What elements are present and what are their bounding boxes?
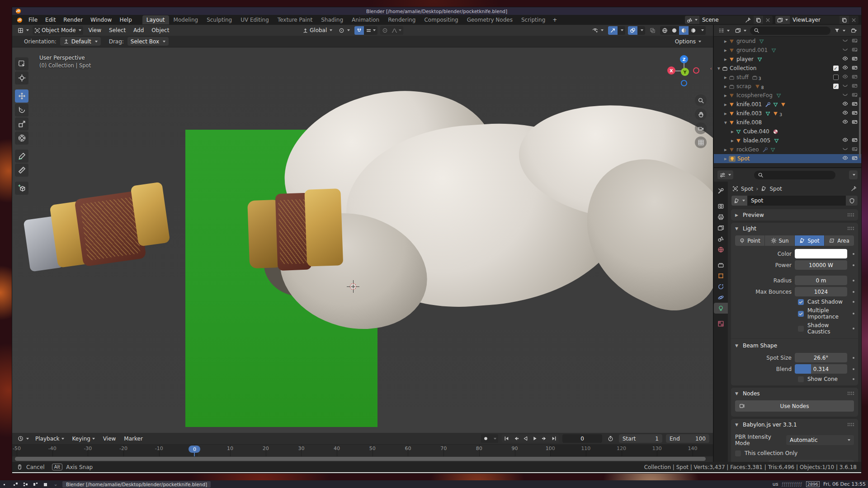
light-type-point-button[interactable]: Point [735,235,764,246]
end-frame-field[interactable]: End 100 [666,434,709,443]
hide-viewport-toggle[interactable] [842,137,848,144]
disable-render-toggle[interactable] [852,38,858,45]
outliner-row-stuff[interactable]: ▶stuff3 [714,73,861,82]
properties-tab-view-layer[interactable] [714,222,728,233]
pin-icon[interactable] [851,186,857,192]
light-name-field[interactable]: Spot [747,196,846,206]
disable-render-toggle[interactable] [852,65,858,72]
light-type-area-button[interactable]: Area [825,235,854,246]
disclosure-right-icon[interactable]: ▶ [722,103,729,107]
fake-user-button[interactable] [846,196,858,206]
preview-panel-header[interactable]: ▶Preview [731,209,858,221]
hide-viewport-toggle[interactable] [842,146,848,153]
tool-box-select[interactable] [15,57,28,70]
transport-jump-start-button[interactable] [502,434,511,443]
outliner-row-knife-003[interactable]: ▶knife.0033 [714,109,861,118]
spot-size-field[interactable]: 26.6° [795,353,847,362]
panel-grip-icon[interactable] [847,226,854,230]
shading-material-button[interactable] [679,26,689,35]
sidebar-toggle-icon[interactable]: ‹ [710,66,712,71]
properties-tab-output[interactable] [714,211,728,222]
shading-solid-button[interactable] [670,26,679,35]
outliner-display-mode-button[interactable] [733,26,748,35]
hide-viewport-toggle[interactable] [842,74,848,81]
gizmo-settings-dropdown[interactable] [618,26,625,35]
disclosure-right-icon[interactable]: ▶ [729,130,736,134]
properties-tab-physics[interactable] [714,292,728,303]
shading-wireframe-button[interactable] [660,26,670,35]
power-field[interactable]: 10000 W [795,260,847,270]
max-bounces-field[interactable]: 1024 [795,287,847,296]
outliner-row-ground[interactable]: ▶ground [714,37,861,46]
gizmo-z-neg-axis[interactable] [681,80,687,86]
hide-viewport-toggle[interactable] [842,47,848,54]
timeline-scrollbar[interactable] [12,456,713,462]
radius-field[interactable]: 0 m [795,276,847,285]
properties-tab-constraint[interactable] [714,281,728,292]
disable-render-toggle[interactable] [852,83,858,90]
disclosure-right-icon[interactable]: ▶ [722,48,729,52]
tray-number-badge[interactable]: 2896 [806,481,820,487]
taskbar-window-button[interactable]: Blender [/home/amalie/Desktop/blender/po… [62,481,211,488]
auto-keying-toggle[interactable] [481,434,491,443]
gizmo-z-axis[interactable]: Z [680,55,688,63]
disclosure-right-icon[interactable]: ▶ [722,157,729,161]
hide-viewport-toggle[interactable] [842,92,848,99]
tool-measure[interactable] [15,164,28,177]
disclosure-right-icon[interactable]: ▶ [722,84,729,89]
shading-rendered-button[interactable] [689,26,698,35]
panel-grip-icon[interactable] [847,391,854,395]
disable-render-toggle[interactable] [852,47,858,54]
animate-dot[interactable] [850,368,856,370]
animate-dot[interactable] [850,378,856,380]
viewport-menu-object[interactable]: Object [148,26,173,34]
animate-dot[interactable] [850,357,856,359]
snap-settings-dropdown[interactable] [364,26,377,35]
hide-viewport-toggle[interactable] [842,83,848,90]
clock[interactable]: Fri, 06 Dec 13:55 [823,481,866,487]
properties-editor-type-button[interactable] [717,170,733,179]
window-titlebar[interactable]: Blender [/home/amalie/Desktop/blender/po… [12,7,861,15]
disclosure-right-icon[interactable]: ▶ [722,112,729,116]
workspace-tab-animation[interactable]: Animation [348,15,383,24]
disable-render-toggle[interactable] [852,119,858,126]
outliner-row-knife-008[interactable]: ▼knife.008 [714,118,861,127]
scene-unlink-button[interactable] [763,16,773,24]
workspace-tab-modeling[interactable]: Modeling [170,15,203,24]
timeline-menu-keying[interactable]: Keying [69,435,99,443]
workspace-1-button[interactable] [2,481,9,487]
nodes-panel-header[interactable]: ▼Nodes [731,388,858,399]
tool-move[interactable] [15,89,28,103]
timeline-ruler[interactable]: -50-40-30-20-100102030405060708090100110… [12,445,713,456]
pin-icon[interactable] [745,17,751,23]
properties-tab-world[interactable] [714,244,728,255]
disable-render-toggle[interactable] [852,146,858,153]
outliner-row-spot[interactable]: ▶Spot [714,154,861,163]
properties-tab-render[interactable] [714,201,728,211]
hide-viewport-toggle[interactable] [842,65,848,72]
beam-shape-subpanel-header[interactable]: ▼Beam Shape [731,340,858,351]
outliner-scrollbar[interactable] [859,97,861,158]
workspace-tab-texture-paint[interactable]: Texture Paint [274,15,316,24]
tool-rotate[interactable] [15,103,28,117]
timeline-menu-view[interactable]: View [99,435,119,443]
properties-tab-collection[interactable] [714,259,728,270]
hide-viewport-toggle[interactable] [842,38,848,45]
properties-tab-object[interactable] [714,270,728,281]
start-frame-field[interactable]: Start 1 [619,434,662,443]
animate-dot[interactable] [850,313,856,314]
viewport-menu-add[interactable]: Add [130,26,147,34]
xray-toggle[interactable] [648,26,657,35]
collection-checkbox[interactable]: ✓ [833,84,839,89]
properties-options-button[interactable] [849,170,858,179]
show-gizmo-toggle[interactable] [608,26,618,35]
current-frame-field[interactable]: 0 [562,434,602,443]
overlays-settings-dropdown[interactable] [637,26,645,35]
workspace-tab-rendering[interactable]: Rendering [384,15,420,24]
proportional-editing-toggle[interactable] [380,26,390,35]
use-nodes-button[interactable]: Use Nodes [735,400,854,412]
viewport-menu-view[interactable]: View [85,26,105,34]
viewport-camera-view-button[interactable] [695,122,707,134]
viewlayer-copy-button[interactable] [840,16,849,24]
viewport-canvas[interactable]: User Perspective (0) Collection | Spot Z… [12,47,713,433]
